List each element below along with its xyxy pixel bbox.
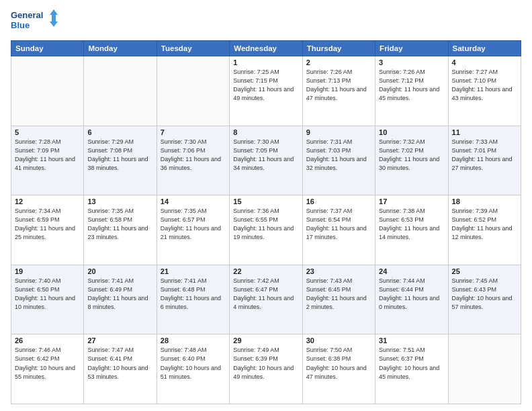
day-info: Sunrise: 7:42 AM Sunset: 6:47 PM Dayligh…: [233, 277, 298, 312]
day-number: 12: [15, 197, 80, 205]
day-number: 7: [161, 128, 226, 136]
calendar-cell: 30Sunrise: 7:50 AM Sunset: 6:38 PM Dayli…: [302, 334, 375, 404]
day-info: Sunrise: 7:44 AM Sunset: 6:44 PM Dayligh…: [379, 277, 444, 312]
day-info: Sunrise: 7:30 AM Sunset: 7:05 PM Dayligh…: [233, 138, 298, 173]
calendar-cell: 4Sunrise: 7:27 AM Sunset: 7:10 PM Daylig…: [448, 56, 521, 126]
day-number: 30: [306, 336, 371, 345]
day-info: Sunrise: 7:36 AM Sunset: 6:55 PM Dayligh…: [233, 207, 298, 242]
day-info: Sunrise: 7:28 AM Sunset: 7:09 PM Dayligh…: [15, 138, 80, 173]
calendar-cell: 5Sunrise: 7:28 AM Sunset: 7:09 PM Daylig…: [11, 126, 84, 195]
day-number: 8: [233, 128, 298, 136]
day-number: 15: [233, 197, 298, 205]
day-number: 17: [379, 197, 444, 205]
day-number: 20: [87, 267, 152, 275]
calendar-week-1: 1Sunrise: 7:25 AM Sunset: 7:15 PM Daylig…: [11, 56, 521, 126]
calendar-header-wednesday: Wednesday: [230, 41, 302, 56]
day-info: Sunrise: 7:37 AM Sunset: 6:54 PM Dayligh…: [306, 207, 371, 242]
calendar-header-row: SundayMondayTuesdayWednesdayThursdayFrid…: [11, 41, 521, 56]
day-number: 23: [306, 267, 371, 275]
logo-text: General Blue: [11, 8, 58, 35]
calendar-cell: 26Sunrise: 7:46 AM Sunset: 6:42 PM Dayli…: [11, 334, 84, 404]
calendar-cell: 16Sunrise: 7:37 AM Sunset: 6:54 PM Dayli…: [302, 195, 375, 265]
calendar-cell: 21Sunrise: 7:41 AM Sunset: 6:48 PM Dayli…: [157, 265, 229, 334]
day-info: Sunrise: 7:32 AM Sunset: 7:02 PM Dayligh…: [379, 138, 444, 173]
calendar-cell: 9Sunrise: 7:31 AM Sunset: 7:03 PM Daylig…: [302, 126, 375, 195]
day-info: Sunrise: 7:35 AM Sunset: 6:58 PM Dayligh…: [87, 207, 152, 242]
day-number: 3: [379, 58, 444, 66]
day-number: 25: [452, 267, 517, 275]
calendar-week-5: 26Sunrise: 7:46 AM Sunset: 6:42 PM Dayli…: [11, 334, 521, 404]
day-info: Sunrise: 7:40 AM Sunset: 6:50 PM Dayligh…: [15, 277, 80, 312]
calendar-cell: 24Sunrise: 7:44 AM Sunset: 6:44 PM Dayli…: [375, 265, 448, 334]
day-number: 10: [379, 128, 444, 136]
day-info: Sunrise: 7:41 AM Sunset: 6:49 PM Dayligh…: [87, 277, 152, 312]
calendar-cell: 25Sunrise: 7:45 AM Sunset: 6:43 PM Dayli…: [448, 265, 521, 334]
day-info: Sunrise: 7:43 AM Sunset: 6:45 PM Dayligh…: [306, 277, 371, 312]
calendar-cell: 23Sunrise: 7:43 AM Sunset: 6:45 PM Dayli…: [302, 265, 375, 334]
day-number: 1: [233, 58, 298, 66]
calendar-header-thursday: Thursday: [302, 41, 375, 56]
svg-marker-2: [50, 9, 58, 27]
calendar-cell: 15Sunrise: 7:36 AM Sunset: 6:55 PM Dayli…: [230, 195, 302, 265]
day-number: 14: [161, 197, 226, 205]
calendar-cell: 27Sunrise: 7:47 AM Sunset: 6:41 PM Dayli…: [84, 334, 157, 404]
day-number: 11: [452, 128, 517, 136]
day-info: Sunrise: 7:51 AM Sunset: 6:37 PM Dayligh…: [379, 346, 444, 381]
calendar-cell: 20Sunrise: 7:41 AM Sunset: 6:49 PM Dayli…: [84, 265, 157, 334]
day-number: 29: [233, 336, 298, 345]
calendar-cell: 3Sunrise: 7:26 AM Sunset: 7:12 PM Daylig…: [375, 56, 448, 126]
day-info: Sunrise: 7:38 AM Sunset: 6:53 PM Dayligh…: [379, 207, 444, 242]
svg-text:Blue: Blue: [11, 20, 30, 30]
day-number: 21: [161, 267, 226, 275]
calendar-header-friday: Friday: [375, 41, 448, 56]
calendar-cell: 10Sunrise: 7:32 AM Sunset: 7:02 PM Dayli…: [375, 126, 448, 195]
calendar-cell: [448, 334, 521, 404]
day-number: 26: [15, 336, 80, 345]
day-info: Sunrise: 7:41 AM Sunset: 6:48 PM Dayligh…: [161, 277, 226, 312]
svg-text:General: General: [11, 10, 43, 20]
calendar-cell: 18Sunrise: 7:39 AM Sunset: 6:52 PM Dayli…: [448, 195, 521, 265]
calendar-cell: 2Sunrise: 7:26 AM Sunset: 7:13 PM Daylig…: [302, 56, 375, 126]
day-info: Sunrise: 7:27 AM Sunset: 7:10 PM Dayligh…: [452, 68, 517, 103]
calendar-week-3: 12Sunrise: 7:34 AM Sunset: 6:59 PM Dayli…: [11, 195, 521, 265]
day-info: Sunrise: 7:35 AM Sunset: 6:57 PM Dayligh…: [161, 207, 226, 242]
calendar-cell: 13Sunrise: 7:35 AM Sunset: 6:58 PM Dayli…: [84, 195, 157, 265]
calendar-cell: 22Sunrise: 7:42 AM Sunset: 6:47 PM Dayli…: [230, 265, 302, 334]
calendar-cell: 8Sunrise: 7:30 AM Sunset: 7:05 PM Daylig…: [230, 126, 302, 195]
calendar-week-4: 19Sunrise: 7:40 AM Sunset: 6:50 PM Dayli…: [11, 265, 521, 334]
calendar-cell: 1Sunrise: 7:25 AM Sunset: 7:15 PM Daylig…: [230, 56, 302, 126]
day-info: Sunrise: 7:49 AM Sunset: 6:39 PM Dayligh…: [233, 346, 298, 381]
calendar-header-monday: Monday: [84, 41, 157, 56]
day-number: 31: [379, 336, 444, 345]
day-info: Sunrise: 7:30 AM Sunset: 7:06 PM Dayligh…: [161, 138, 226, 173]
day-info: Sunrise: 7:48 AM Sunset: 6:40 PM Dayligh…: [161, 346, 226, 381]
day-info: Sunrise: 7:25 AM Sunset: 7:15 PM Dayligh…: [233, 68, 298, 103]
calendar-cell: [11, 56, 84, 126]
day-info: Sunrise: 7:26 AM Sunset: 7:12 PM Dayligh…: [379, 68, 444, 103]
day-number: 5: [15, 128, 80, 136]
day-number: 9: [306, 128, 371, 136]
calendar-week-2: 5Sunrise: 7:28 AM Sunset: 7:09 PM Daylig…: [11, 126, 521, 195]
day-number: 22: [233, 267, 298, 275]
day-number: 2: [306, 58, 371, 66]
calendar-cell: 14Sunrise: 7:35 AM Sunset: 6:57 PM Dayli…: [157, 195, 229, 265]
calendar-cell: 6Sunrise: 7:29 AM Sunset: 7:08 PM Daylig…: [84, 126, 157, 195]
calendar-cell: 29Sunrise: 7:49 AM Sunset: 6:39 PM Dayli…: [230, 334, 302, 404]
calendar-cell: [157, 56, 229, 126]
day-info: Sunrise: 7:33 AM Sunset: 7:01 PM Dayligh…: [452, 138, 517, 173]
calendar-cell: 17Sunrise: 7:38 AM Sunset: 6:53 PM Dayli…: [375, 195, 448, 265]
day-info: Sunrise: 7:31 AM Sunset: 7:03 PM Dayligh…: [306, 138, 371, 173]
day-number: 28: [161, 336, 226, 345]
day-number: 19: [15, 267, 80, 275]
day-number: 27: [87, 336, 152, 345]
calendar-cell: 28Sunrise: 7:48 AM Sunset: 6:40 PM Dayli…: [157, 334, 229, 404]
day-number: 24: [379, 267, 444, 275]
day-number: 16: [306, 197, 371, 205]
day-info: Sunrise: 7:29 AM Sunset: 7:08 PM Dayligh…: [87, 138, 152, 173]
day-info: Sunrise: 7:45 AM Sunset: 6:43 PM Dayligh…: [452, 277, 517, 312]
calendar-header-sunday: Sunday: [11, 41, 84, 56]
day-number: 4: [452, 58, 517, 66]
header: General Blue: [11, 8, 521, 35]
page: General Blue SundayMondayTuesdayWednesda…: [0, 0, 532, 411]
calendar-cell: 19Sunrise: 7:40 AM Sunset: 6:50 PM Dayli…: [11, 265, 84, 334]
